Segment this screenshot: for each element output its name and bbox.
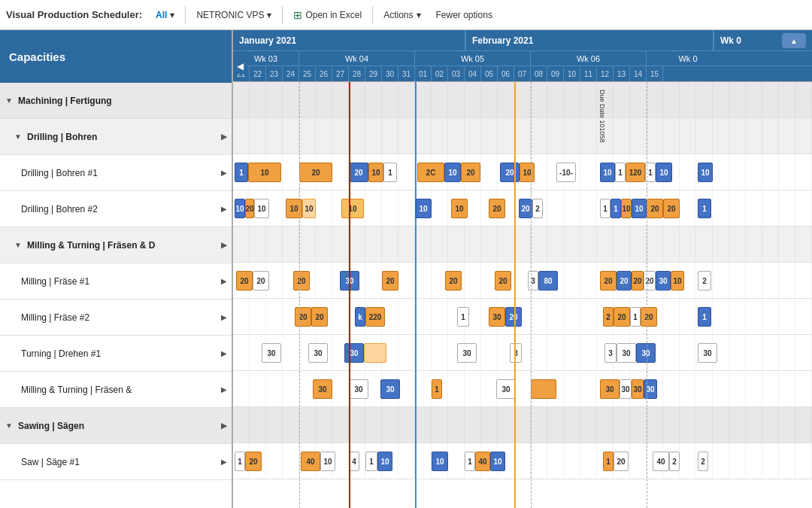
bar-m1-2[interactable]: 2 [698, 271, 711, 291]
bar-t1-30g[interactable]: 30 [698, 343, 717, 363]
bar-d1-10d[interactable]: 10 [520, 163, 535, 182]
bar-t1-30f[interactable]: 30 [636, 343, 656, 363]
bar-m1-20c[interactable]: 20 [293, 271, 310, 291]
gantt-row-mt2[interactable]: 30 30 30 1 30 30 30 30 30 [233, 371, 812, 407]
bar-m2-1[interactable]: 1 [457, 307, 469, 327]
bar-t1-30e[interactable]: 30 [617, 343, 636, 363]
bar-m1-30[interactable]: 30 [340, 271, 359, 291]
bar-d1-1[interactable]: 1 [235, 163, 248, 182]
tree-row-drilling[interactable]: ▼ Drilling | Bohren ▶ [0, 119, 232, 155]
tree-row-machining[interactable]: ▼ Machining | Fertigung [0, 83, 232, 119]
bar-m1-20f[interactable]: 20 [495, 271, 511, 291]
bar-m2-20d[interactable]: 20 [614, 307, 630, 327]
bar-d2-20e[interactable]: 20 [663, 199, 680, 218]
bar-mt2-30e[interactable]: 30 [600, 379, 620, 399]
bar-mt2-30h[interactable]: 30 [644, 379, 657, 399]
bar-d2-1a[interactable]: 1 [600, 199, 611, 218]
bar-d1-20a[interactable]: 20 [299, 163, 332, 182]
bar-m1-20g[interactable]: 20 [600, 271, 617, 291]
bar-s1-1d[interactable]: 1 [603, 452, 614, 471]
bar-t1-30c[interactable]: 30 [344, 343, 364, 363]
bar-d2-2[interactable]: 2 [532, 199, 543, 218]
bar-d1-10[interactable]: 10 [248, 163, 281, 182]
bar-d1-10e[interactable]: -10- [556, 163, 576, 182]
bar-d1-20d[interactable]: 20 [500, 163, 520, 182]
bar-t1-box[interactable] [364, 343, 386, 363]
bar-m1-20b[interactable]: 20 [253, 271, 269, 291]
bar-t1-30d[interactable]: 30 [457, 343, 477, 363]
bar-m1-20d[interactable]: 20 [382, 271, 398, 291]
bar-d2-20d[interactable]: 20 [647, 199, 663, 218]
bar-d2-10h[interactable]: 10 [621, 199, 632, 218]
bar-m2-20a[interactable]: 20 [295, 307, 311, 327]
bar-d1-10f[interactable]: 10 [600, 163, 615, 182]
bar-s1-2b[interactable]: 2 [698, 452, 708, 471]
bar-m2-20b[interactable]: 20 [311, 307, 328, 327]
bar-m1-20h[interactable]: 20 [617, 271, 632, 291]
bar-s1-40[interactable]: 40 [301, 452, 320, 471]
bar-m2-k[interactable]: k [355, 307, 365, 327]
filter-all-button[interactable]: All ▾ [148, 7, 182, 23]
bar-m2-2[interactable]: 2 [603, 307, 614, 327]
tree-row-sawing[interactable]: ▼ Sawing | Sägen ▶ [0, 408, 232, 444]
tree-row-milling1[interactable]: Milling | Fräse #1 ▶ [0, 263, 232, 300]
bar-s1-20a[interactable]: 20 [245, 452, 262, 471]
bar-t1-3[interactable]: 3 [510, 343, 522, 363]
tree-row-drilling2[interactable]: Drilling | Bohren #2 ▶ [0, 191, 232, 227]
bar-d1-1d[interactable]: 1 [645, 163, 656, 182]
bar-s1-40c[interactable]: 40 [653, 452, 669, 471]
bar-t1-30a[interactable]: 30 [262, 343, 281, 363]
tree-row-milling-turning[interactable]: ▼ Milling & Turning | Fräsen & D ▶ [0, 227, 232, 263]
gantt-row-milling1[interactable]: 20 20 20 30 20 20 20 3 80 20 20 20 20 30… [233, 263, 812, 299]
actions-button[interactable]: Actions ▾ [376, 7, 428, 23]
tree-row-milling-turning2[interactable]: Milling & Turning | Fräsen & ▶ [0, 372, 232, 408]
bar-d1-10h[interactable]: 10 [698, 163, 713, 182]
bar-mt2-box[interactable] [531, 379, 556, 399]
bar-d2-10d[interactable]: 10 [302, 199, 316, 218]
gantt-row-drilling1[interactable]: 1 10 20 20 10 1 2C 10 20 20 10 -10- 10 1… [233, 154, 812, 190]
bar-d1-20c[interactable]: 20 [461, 163, 480, 182]
bar-m2-end[interactable]: 1 [698, 307, 711, 327]
bar-mt2-30c[interactable]: 30 [380, 379, 400, 399]
bar-d2-10e[interactable]: 10 [415, 199, 432, 218]
bar-d2-1b[interactable]: 1 [698, 199, 711, 218]
bar-m1-10[interactable]: 10 [671, 271, 684, 291]
gantt-row-milling2[interactable]: 20 20 k 220 1 30 20 2 20 1 20 1 [233, 299, 812, 335]
bar-m1-202b[interactable]: 20 [644, 271, 656, 291]
tree-row-milling2[interactable]: Milling | Fräse #2 ▶ [0, 300, 232, 336]
bar-d2-20b[interactable]: 20 [489, 199, 505, 218]
bar-m2-20e[interactable]: 20 [641, 307, 657, 327]
bar-m1-80[interactable]: 80 [538, 271, 558, 291]
gantt-row-saw1[interactable]: 1 20 40 10 4 1 10 10 1 40 10 1 20 40 2 2 [233, 443, 812, 479]
bar-m1-30b[interactable]: 30 [656, 271, 671, 291]
bar-s1-20b[interactable]: 20 [614, 452, 629, 471]
scroll-up-button[interactable]: ▲ [782, 33, 806, 48]
bar-d1-120[interactable]: 120 [626, 163, 645, 182]
bar-s1-10b[interactable]: 10 [377, 452, 392, 471]
bar-m2-1b[interactable]: 1 [630, 307, 641, 327]
tree-row-drilling1[interactable]: Drilling | Bohren #1 ▶ [0, 155, 232, 191]
bar-m1-20e[interactable]: 20 [445, 271, 462, 291]
bar-s1-2[interactable]: 2 [669, 452, 680, 471]
bar-t1-3b[interactable]: 3 [604, 343, 617, 363]
bar-d2-20c[interactable]: 20 [519, 199, 532, 218]
bar-s1-1b[interactable]: 1 [365, 452, 377, 471]
tree-row-turning1[interactable]: Turning | Drehen #1 ▶ [0, 336, 232, 372]
fewer-options-button[interactable]: Fewer options [429, 7, 500, 23]
gantt-row-turning1[interactable]: 30 30 30 30 3 3 30 30 30 [233, 335, 812, 371]
bar-d2-10c[interactable]: 10 [286, 199, 302, 218]
bar-t1-30b[interactable]: 30 [308, 343, 328, 363]
bar-d1-10c[interactable]: 10 [444, 163, 461, 182]
open-excel-button[interactable]: ⊞ Open in Excel [286, 6, 369, 24]
bar-m1-20a[interactable]: 20 [236, 271, 253, 291]
bar-s1-4[interactable]: 4 [349, 452, 359, 471]
bar-d2-10f[interactable]: 10 [451, 199, 468, 218]
bar-d1-1c[interactable]: 1 [615, 163, 626, 182]
bar-d1-20b[interactable]: 20 [349, 163, 368, 182]
bar-mt2-30a[interactable]: 30 [313, 379, 332, 399]
bar-d2-10a[interactable]: 10 [235, 199, 245, 218]
bar-s1-10d[interactable]: 10 [490, 452, 505, 471]
netronic-vps-button[interactable]: NETRONIC VPS ▾ [189, 7, 279, 23]
bar-d1-10g[interactable]: 10 [656, 163, 672, 182]
bar-d1-2C[interactable]: 2C [417, 163, 444, 182]
